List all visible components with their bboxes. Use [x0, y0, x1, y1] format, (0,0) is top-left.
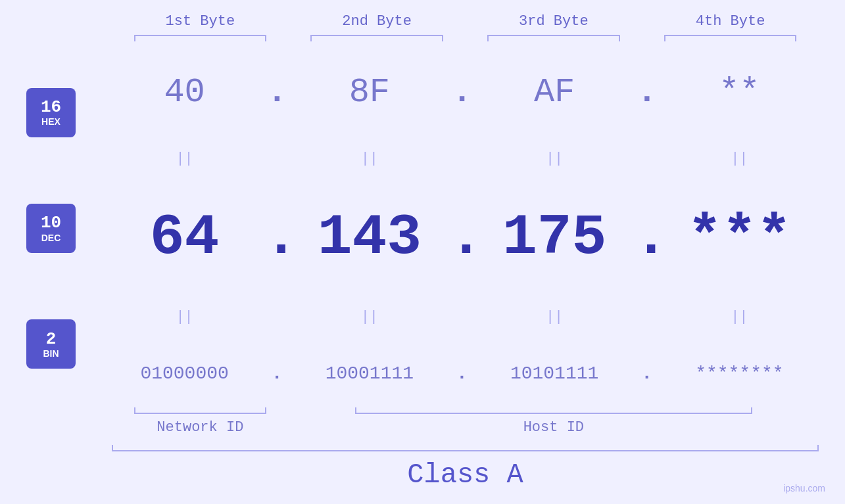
hex-dot-1: .	[264, 73, 290, 112]
main-container: 1st Byte 2nd Byte 3rd Byte 4th Byte 16 H…	[0, 0, 845, 504]
bottom-brackets: Network ID Host ID	[26, 407, 819, 436]
eq1-4: ||	[660, 150, 819, 167]
hex-row: 40 . 8F . AF . **	[105, 73, 819, 112]
bin-octet-3: 10101111	[475, 363, 634, 384]
eq1-2: ||	[290, 150, 448, 167]
bracket-line-2	[310, 35, 443, 41]
host-bracket-line	[355, 407, 753, 414]
hex-octet-4: **	[660, 73, 819, 112]
dec-label: DEC	[41, 233, 61, 243]
host-id-label: Host ID	[523, 419, 584, 436]
bracket-2	[289, 35, 466, 41]
byte-header-1: 1st Byte	[112, 13, 289, 30]
hex-badge: 16 HEX	[26, 88, 76, 137]
network-id-bracket: Network ID	[112, 407, 289, 436]
class-row: Class A	[26, 445, 819, 491]
bin-dot-3: .	[634, 363, 660, 384]
dec-badge: 10 DEC	[26, 204, 76, 253]
dec-dot-2: .	[449, 205, 475, 270]
bin-dot-2: .	[449, 363, 475, 384]
data-rows: 40 . 8F . AF . ** || || || || 64	[105, 55, 819, 402]
byte-header-3: 3rd Byte	[466, 13, 642, 30]
bin-octet-2: 10001111	[290, 363, 448, 384]
hex-dot-2: .	[449, 73, 475, 112]
dec-dot-1: .	[264, 205, 290, 270]
byte-header-4: 4th Byte	[642, 13, 819, 30]
host-id-bracket: Host ID	[289, 407, 819, 436]
eq2-4: ||	[660, 309, 819, 325]
dec-octet-2: 143	[290, 205, 448, 270]
eq1-3: ||	[475, 150, 634, 167]
equals-row-1: || || || ||	[105, 149, 819, 168]
dec-octet-1: 64	[105, 205, 264, 270]
dec-row: 64 . 143 . 175 . ***	[105, 205, 819, 270]
eq2-1: ||	[105, 309, 264, 325]
hex-label: HEX	[41, 116, 60, 127]
bracket-1	[112, 35, 289, 41]
dec-octet-3: 175	[475, 205, 634, 270]
byte-header-2: 2nd Byte	[289, 13, 466, 30]
class-label: Class A	[112, 459, 819, 491]
base-labels: 16 HEX 10 DEC 2 BIN	[26, 55, 105, 402]
bracket-4	[642, 35, 819, 41]
hex-octet-1: 40	[105, 73, 264, 112]
eq1-1: ||	[105, 150, 264, 167]
bin-row: 01000000 . 10001111 . 10101111 . *******…	[105, 363, 819, 384]
class-bracket-line	[112, 445, 819, 451]
hex-octet-3: AF	[475, 73, 634, 112]
dec-num: 10	[41, 214, 61, 233]
bin-octet-1: 01000000	[105, 363, 264, 384]
net-bracket-line	[134, 407, 267, 414]
eq2-3: ||	[475, 309, 634, 325]
hex-octet-2: 8F	[290, 73, 448, 112]
bin-label: BIN	[43, 348, 59, 359]
bracket-line-1	[134, 35, 267, 41]
dec-octet-4: ***	[660, 205, 819, 270]
bin-octet-4: ********	[660, 363, 819, 384]
network-id-label: Network ID	[157, 419, 243, 436]
hex-num: 16	[41, 98, 61, 117]
dec-dot-3: .	[634, 205, 660, 270]
eq2-2: ||	[290, 309, 448, 325]
watermark: ipshu.com	[783, 483, 825, 493]
byte-headers: 1st Byte 2nd Byte 3rd Byte 4th Byte	[26, 13, 819, 30]
bin-dot-1: .	[264, 363, 290, 384]
bracket-line-3	[487, 35, 620, 41]
bracket-3	[466, 35, 642, 41]
equals-row-2: || || || ||	[105, 307, 819, 327]
main-area: 16 HEX 10 DEC 2 BIN 40 . 8F . AF . **	[26, 55, 819, 402]
top-brackets	[26, 35, 819, 41]
bracket-line-4	[664, 35, 797, 41]
hex-dot-3: .	[634, 73, 660, 112]
bin-badge: 2 BIN	[26, 319, 76, 369]
bin-num: 2	[46, 330, 57, 349]
